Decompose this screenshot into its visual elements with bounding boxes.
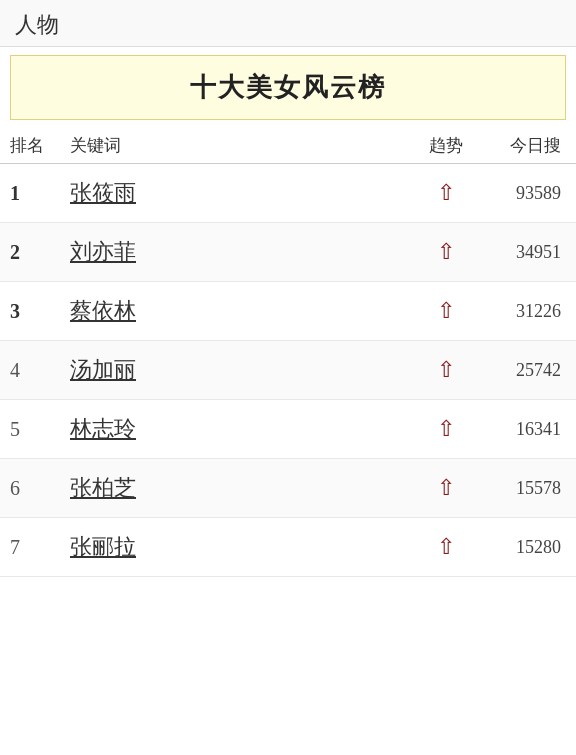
list-item: 5 林志玲 ⇧ 16341: [0, 400, 576, 459]
rank-number: 4: [10, 359, 65, 382]
list-title: 十大美女风云榜: [190, 73, 386, 102]
rank-number: 5: [10, 418, 65, 441]
column-search-header: 今日搜: [476, 134, 566, 157]
keyword-link[interactable]: 张筱雨: [65, 178, 416, 208]
trend-icon: ⇧: [416, 180, 476, 206]
keyword-link[interactable]: 汤加丽: [65, 355, 416, 385]
trend-icon: ⇧: [416, 475, 476, 501]
list-item: 4 汤加丽 ⇧ 25742: [0, 341, 576, 400]
rank-number: 7: [10, 536, 65, 559]
up-arrow-icon: ⇧: [437, 475, 455, 501]
up-arrow-icon: ⇧: [437, 416, 455, 442]
column-trend-header: 趋势: [416, 134, 476, 157]
search-count: 34951: [476, 242, 566, 263]
list-column-headers: 排名 关键词 趋势 今日搜: [0, 128, 576, 164]
up-arrow-icon: ⇧: [437, 357, 455, 383]
keyword-link[interactable]: 张柏芝: [65, 473, 416, 503]
up-arrow-icon: ⇧: [437, 534, 455, 560]
list-title-bar: 十大美女风云榜: [10, 55, 566, 120]
list-item: 3 蔡依林 ⇧ 31226: [0, 282, 576, 341]
list-item: 1 张筱雨 ⇧ 93589: [0, 164, 576, 223]
trend-icon: ⇧: [416, 298, 476, 324]
rank-number: 6: [10, 477, 65, 500]
keyword-link[interactable]: 张郦拉: [65, 532, 416, 562]
keyword-link[interactable]: 蔡依林: [65, 296, 416, 326]
list-item: 6 张柏芝 ⇧ 15578: [0, 459, 576, 518]
trend-icon: ⇧: [416, 239, 476, 265]
search-count: 15280: [476, 537, 566, 558]
search-count: 93589: [476, 183, 566, 204]
column-keyword-header: 关键词: [65, 134, 416, 157]
keyword-link[interactable]: 林志玲: [65, 414, 416, 444]
rank-number: 3: [10, 300, 65, 323]
rank-number: 1: [10, 182, 65, 205]
up-arrow-icon: ⇧: [437, 180, 455, 206]
up-arrow-icon: ⇧: [437, 298, 455, 324]
search-count: 16341: [476, 419, 566, 440]
rankings-list: 1 张筱雨 ⇧ 93589 2 刘亦菲 ⇧ 34951 3 蔡依林 ⇧ 3122…: [0, 164, 576, 577]
trend-icon: ⇧: [416, 357, 476, 383]
trend-icon: ⇧: [416, 534, 476, 560]
up-arrow-icon: ⇧: [437, 239, 455, 265]
keyword-link[interactable]: 刘亦菲: [65, 237, 416, 267]
trend-icon: ⇧: [416, 416, 476, 442]
page-title: 人物: [15, 12, 59, 37]
search-count: 31226: [476, 301, 566, 322]
rank-number: 2: [10, 241, 65, 264]
list-item: 2 刘亦菲 ⇧ 34951: [0, 223, 576, 282]
list-item: 7 张郦拉 ⇧ 15280: [0, 518, 576, 577]
search-count: 15578: [476, 478, 566, 499]
search-count: 25742: [476, 360, 566, 381]
column-rank-header: 排名: [10, 134, 65, 157]
page-header: 人物: [0, 0, 576, 47]
